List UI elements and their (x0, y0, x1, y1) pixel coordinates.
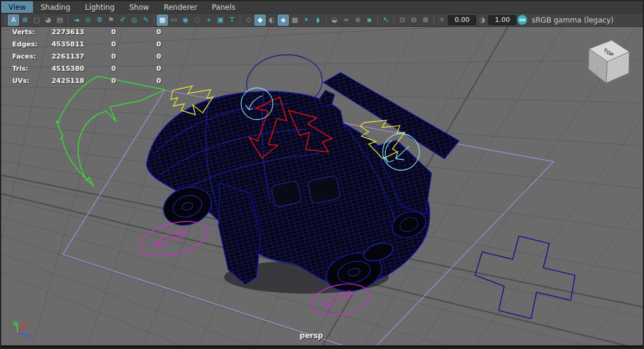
plugin-display-filter-icon[interactable]: ⊠ (420, 15, 431, 26)
wireframe-on-shaded-icon[interactable]: ◈ (278, 15, 289, 26)
smooth-shade-all-icon[interactable]: ◆ (255, 15, 266, 26)
frame-all-icon[interactable]: ▢ (31, 15, 42, 26)
screen-space-ao-icon[interactable]: ◒ (329, 15, 340, 26)
gate-mask-icon[interactable]: ◌ (192, 15, 203, 26)
motion-blur-icon[interactable]: ≈ (341, 15, 352, 26)
maya-viewport-panel: View Shading Lighting Show Renderer Pane… (0, 0, 644, 349)
lock-camera-icon[interactable]: ⊙ (82, 15, 93, 26)
menu-view[interactable]: View (1, 1, 33, 13)
object-selection-mode-icon[interactable]: ↖ (380, 15, 391, 26)
resolution-gate-icon[interactable]: ◉ (180, 15, 191, 26)
toolbar-separator (392, 15, 396, 26)
axis-z-label: z (27, 333, 31, 339)
shadows-toggle-icon[interactable]: ◗ (313, 15, 324, 26)
view-axes-icon[interactable]: A (8, 15, 19, 26)
menu-renderer[interactable]: Renderer (156, 1, 204, 13)
panel-menu-bar: View Shading Lighting Show Renderer Pane… (1, 1, 643, 13)
menu-shading[interactable]: Shading (33, 1, 78, 13)
field-chart-icon[interactable]: + (203, 15, 214, 26)
grease-pencil-icon[interactable]: ✎ (140, 15, 151, 26)
textured-display-icon[interactable]: ▩ (289, 15, 300, 26)
image-plane-brush-icon[interactable]: ✐ (117, 15, 128, 26)
safe-action-icon[interactable]: ▣ (215, 15, 226, 26)
frame-selection-icon[interactable]: ⊞ (20, 15, 31, 26)
color-management-toggle-button[interactable]: ON (517, 15, 527, 25)
isolate-add-selected-icon[interactable]: ⊟ (408, 15, 419, 26)
toolbar-separator (432, 15, 436, 26)
exposure-icon[interactable]: ☼ (436, 15, 447, 26)
camera-attributes-icon[interactable]: ⚙ (94, 15, 105, 26)
toolbar-separator (324, 15, 328, 26)
bookmarks-icon[interactable]: ⚑ (106, 15, 117, 26)
safe-title-icon[interactable]: T (226, 15, 237, 26)
gamma-value-field[interactable]: 1.00 (488, 15, 516, 25)
grid-toggle-icon[interactable]: ▦ (157, 15, 168, 26)
depth-peeling-icon[interactable]: ▪ (364, 15, 375, 26)
toolbar: A⊞▢◕▤◄⊙⚙⚑✐◎✎▦▭◉◌+▣T◇◆◐◈▩☀◗◒≈⊛▪↖⊡⊟⊠☼0.00◑… (1, 13, 643, 27)
isolate-select-icon[interactable]: ⊡ (397, 15, 408, 26)
multisample-aa-icon[interactable]: ⊛ (352, 15, 363, 26)
toolbar-separator (152, 15, 156, 26)
toolbar-separator (375, 15, 380, 26)
menu-lighting[interactable]: Lighting (78, 1, 122, 13)
axis-x-label: x (23, 320, 27, 326)
menu-panels[interactable]: Panels (204, 1, 243, 13)
contrast-icon[interactable]: ◑ (477, 15, 488, 26)
film-gate-icon[interactable]: ▭ (168, 15, 179, 26)
flat-shade-all-icon[interactable]: ◐ (266, 15, 277, 26)
car-mirror (319, 90, 335, 107)
image-plane-icon[interactable]: ▤ (54, 15, 65, 26)
panel-bottom-edge (1, 345, 643, 348)
exposure-value-field[interactable]: 0.00 (448, 15, 476, 25)
viewport-canvas[interactable]: TOP LEFT y x z (1, 27, 643, 345)
view-transform-select[interactable]: sRGB gamma (legacy) (532, 16, 613, 24)
wireframe-display-icon[interactable]: ◇ (243, 15, 254, 26)
pan-zoom-tool-icon[interactable]: ◎ (129, 15, 140, 26)
default-material-icon[interactable]: ◕ (43, 15, 54, 26)
toolbar-separator (238, 15, 242, 26)
select-camera-icon[interactable]: ◄ (71, 15, 82, 26)
viewport[interactable]: TOP LEFT y x z Verts: 2273613 0 0 E (1, 27, 643, 345)
toolbar-separator (3, 15, 7, 26)
view-cube[interactable]: TOP LEFT (588, 40, 629, 83)
axis-triad: y x z (13, 320, 31, 339)
axis-y-label: y (13, 320, 17, 326)
use-all-lights-icon[interactable]: ☀ (301, 15, 312, 26)
toolbar-separator (66, 15, 70, 26)
menu-show[interactable]: Show (122, 1, 156, 13)
